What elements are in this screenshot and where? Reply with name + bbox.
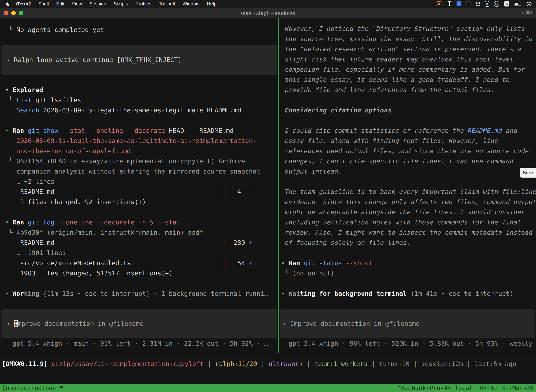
menu-item-view[interactable]: View (68, 1, 86, 7)
text-segment: including verification notes with those … (281, 219, 521, 226)
text-segment: --oneline --decorate -n 5 --stat (54, 219, 180, 226)
text-segment: › (6, 320, 14, 327)
window-title: omx --xhigh --madmax (241, 10, 295, 16)
tmux-session-label: [omx-cczip0:bash* (2, 384, 63, 392)
apple-logo-icon (5, 1, 10, 6)
menu-item-window[interactable]: Window (179, 1, 203, 7)
text-segment: | (257, 360, 268, 367)
text-segment: might be acceptable alongside the file l… (281, 209, 525, 216)
app-grid-icon[interactable] (447, 1, 452, 6)
left-pane[interactable]: └ No agents completed yet› Ralph loop ac… (0, 18, 278, 353)
text-segment: › (6, 56, 14, 63)
terminal: └ No agents completed yet› Ralph loop ac… (0, 18, 536, 392)
battery-icon[interactable] (514, 2, 521, 6)
apple-menu[interactable] (3, 1, 12, 6)
screen: iTerm2ShellEditViewSessionScriptsProfile… (0, 0, 536, 18)
text-segment: 1903 files changed, 513517 insertions(+) (5, 270, 173, 277)
text-segment: --short (342, 259, 373, 267)
blank-line (279, 115, 536, 126)
menu-item-edit[interactable]: Edit (53, 1, 68, 7)
tmux-panes: └ No agents completed yet› Ralph loop ac… (0, 18, 536, 353)
text-segment: Wor (13, 290, 24, 297)
text-segment: | (463, 360, 474, 367)
screen-share-overlay[interactable]: Scre (520, 168, 536, 177)
input-source-icon[interactable]: A (504, 1, 509, 6)
text-segment: gpt-5.4 xhigh · main · 91% left · 2.31M … (5, 340, 268, 347)
text-segment: king (24, 290, 39, 297)
text-segment: session:12m (421, 360, 463, 367)
menu-item-help[interactable]: Help (203, 1, 220, 7)
widget-8-icon[interactable]: 8 (485, 1, 489, 7)
menu-item-profiles[interactable]: Profiles (132, 1, 155, 7)
window-title-bar[interactable]: omx --xhigh --madmax ⌥⌘1 (0, 8, 536, 18)
working-status-line: • Working (11m 13s • esc to interrupt) ·… (0, 289, 278, 299)
menu-item-iterm2[interactable]: iTerm2 (12, 1, 35, 7)
text-segment: git status (300, 259, 342, 267)
menu-items: iTerm2ShellEditViewSessionScriptsProfile… (12, 1, 220, 7)
terminal-line: essay file, along with finding root file… (279, 136, 536, 146)
text-segment: team:1 workers (314, 360, 368, 367)
ralph-loop-banner[interactable]: › Ralph loop active continue [OMX_TMUX_I… (1, 45, 277, 75)
zoom-button[interactable] (19, 11, 23, 15)
terminal-line: provide file and line references from th… (279, 85, 536, 95)
terminal-line: changes, I can't cite specific file line… (279, 156, 536, 166)
text-segment: Ran (13, 219, 24, 226)
terminal-line: this single essay, it seems like a good … (279, 75, 536, 85)
text-segment: and-the-erosion-of-copyleft.md (5, 147, 131, 154)
text-segment: | (368, 360, 379, 367)
traffic-lights (4, 11, 23, 15)
text-segment: this single essay, it seems like a good … (281, 76, 510, 83)
screen-recording-indicator[interactable] (436, 1, 442, 6)
close-button[interactable] (4, 11, 9, 15)
text-segment: 2026-03-09-is-legal-the-same-as-legitima… (39, 107, 241, 114)
terminal-line: slight risk that future readers may over… (279, 54, 536, 65)
dots-grid-icon[interactable] (475, 1, 480, 6)
explored-list-line: └ List git ls-files (0, 95, 278, 105)
prompt-input[interactable]: › Improve documentation in @filename (280, 309, 535, 338)
text-segment: • (5, 86, 13, 93)
menu-item-session[interactable]: Session (86, 1, 110, 7)
dark-app-icon[interactable] (466, 1, 471, 6)
text-segment: | (410, 360, 421, 367)
menu-item-toolbelt[interactable]: Toolbelt (155, 1, 179, 7)
tool-call-git-log: • Ran git log --oneline --decorate -n 5 … (0, 217, 278, 227)
explored-search-line: Search 2026-03-09-is-legal-the-same-as-l… (0, 105, 278, 115)
blank-line (0, 75, 278, 85)
text-segment: companion file, especially if more comme… (281, 66, 525, 73)
text-segment: List (16, 96, 32, 104)
text-segment: └ 4b9d30f (origin/main, instructkr/main,… (5, 229, 203, 236)
text-segment: Ran (289, 259, 300, 267)
text-segment: I could cite commit statistics or refere… (281, 127, 468, 134)
text-segment: mprove documentation in @filename (18, 320, 144, 327)
battery-percentage-icon[interactable]: 61 (494, 1, 499, 7)
text-segment: slight risk that future readers may over… (281, 56, 513, 63)
text-cursor: I (14, 320, 18, 327)
text-segment: Explored (13, 86, 43, 93)
text-segment: git ls-files (32, 96, 81, 104)
text-segment: [OMX#0.11.9] (2, 360, 51, 367)
text-segment: › (282, 320, 290, 327)
text-segment: └ (5, 26, 16, 33)
terminal-line: the source tree, missing the essay. Stil… (279, 34, 536, 44)
text-segment: ultrawork (268, 360, 303, 367)
text-segment: HEAD -- README.md (165, 127, 234, 134)
wifi-icon[interactable] (526, 2, 532, 6)
explored-header: • Explored (0, 85, 278, 95)
text-segment: evidence. Since this change only affects… (281, 198, 536, 205)
terminal-line: review. Also, I might want to inspect th… (279, 227, 536, 238)
prompt-input[interactable]: › Improve documentation in @filename (1, 309, 277, 338)
terminal-line: └ (no output) (279, 268, 536, 278)
model-status-line: gpt-5.4 xhigh · 96% left · 520K in · 5.8… (279, 338, 536, 349)
menu-item-scripts[interactable]: Scripts (110, 1, 132, 7)
text-segment: … +1901 lines (5, 249, 66, 257)
text-segment: references need actual files, and since … (281, 147, 529, 154)
menu-item-shell[interactable]: Shell (35, 1, 53, 7)
text-segment: the source tree, missing the essay. Stil… (281, 35, 532, 42)
text-segment: review. Also, I might want to inspect th… (281, 229, 532, 236)
terminal-line: evidence. Since this change only affects… (279, 197, 536, 207)
right-pane[interactable]: However, I noticed the "Directory Struct… (279, 18, 536, 353)
terminal-line: └ 067f154 (HEAD -> essay/ai-reimplementa… (0, 156, 278, 166)
minimize-button[interactable] (11, 11, 16, 15)
text-segment: ralph:11/20 (215, 360, 257, 367)
blue-app-icon[interactable] (456, 1, 461, 6)
